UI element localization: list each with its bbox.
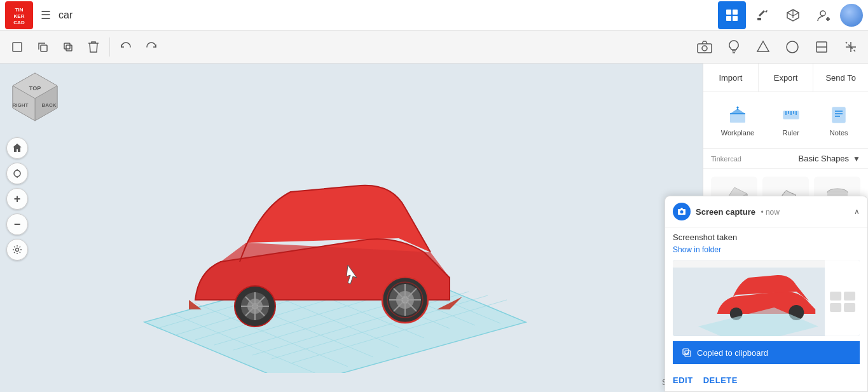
show-in-folder-link[interactable]: Show in folder (673, 245, 721, 254)
shape-tool-1[interactable] (751, 35, 775, 59)
svg-rect-7 (733, 16, 738, 21)
svg-rect-13 (41, 45, 47, 51)
popup-delete-button[interactable]: DELETE (703, 375, 738, 385)
zoom-out-btn[interactable]: − (6, 213, 28, 235)
toolbar (0, 30, 868, 64)
car-scene (93, 81, 539, 375)
svg-rect-112 (830, 292, 841, 301)
export-button[interactable]: Export (759, 64, 814, 91)
panel-top-actions: Import Export Send To (703, 64, 868, 92)
svg-text:CAD: CAD (13, 20, 25, 25)
svg-text:BACK: BACK (41, 102, 56, 108)
shapes-provider: Tinkercad (711, 155, 741, 163)
project-list-icon[interactable]: ☰ (38, 6, 53, 25)
fit-view-btn[interactable] (6, 163, 28, 184)
zoom-in-btn[interactable]: + (6, 188, 28, 210)
popup-thumbnail (673, 260, 860, 336)
svg-rect-8 (757, 18, 761, 20)
shapes-dropdown[interactable]: Tinkercad Basic Shapes ▼ (703, 149, 868, 169)
new-design-button[interactable] (5, 35, 29, 59)
shape-tool-2[interactable] (780, 35, 804, 59)
shape-tool-3[interactable] (809, 35, 834, 59)
ruler-tool[interactable]: Ruler (773, 100, 809, 140)
grid-view-btn[interactable] (718, 1, 746, 29)
svg-point-17 (702, 46, 707, 51)
svg-rect-87 (832, 107, 845, 123)
delete-button[interactable] (81, 35, 106, 59)
workplane-icon (726, 104, 749, 126)
notes-tool[interactable]: Notes (821, 100, 857, 140)
main-area: TOP RIGHT BACK + − (0, 64, 868, 392)
svg-marker-18 (757, 41, 769, 51)
svg-text:TOP: TOP (29, 85, 41, 91)
panel-tools: Workplane Ruler (703, 92, 868, 149)
import-button[interactable]: Import (703, 64, 759, 91)
screenshot-taken-text: Screenshot taken (673, 233, 860, 242)
toolbar-right (692, 35, 863, 59)
popup-title-group: Screen capture • now (696, 206, 780, 217)
svg-text:TIN: TIN (15, 7, 24, 13)
model-view-btn[interactable] (779, 1, 807, 29)
svg-rect-114 (830, 303, 841, 312)
svg-rect-76 (730, 114, 745, 123)
svg-point-105 (680, 210, 684, 213)
separator-1 (109, 37, 110, 57)
chevron-down-icon: ▼ (853, 154, 860, 163)
svg-point-35 (16, 248, 19, 252)
svg-rect-115 (844, 303, 855, 312)
add-collaborator-btn[interactable] (809, 1, 837, 29)
tinkercad-logo[interactable]: TIN KER CAD (5, 1, 33, 29)
home-view-btn[interactable] (6, 137, 28, 159)
notes-icon (827, 104, 850, 126)
screenshot-popup: Screen capture • now ∧ Screenshot taken … (665, 196, 868, 392)
svg-point-32 (14, 170, 20, 177)
svg-rect-5 (733, 10, 738, 15)
svg-rect-12 (13, 43, 22, 51)
svg-marker-80 (736, 106, 739, 108)
workplane-tool[interactable]: Workplane (715, 100, 761, 140)
settings-btn[interactable] (6, 239, 28, 260)
svg-text:KER: KER (14, 13, 25, 19)
camera-button[interactable] (692, 35, 717, 59)
popup-time: • now (761, 208, 780, 217)
popup-copied-bar: Copied to clipboard (673, 341, 860, 364)
thumb-inner (673, 260, 860, 336)
undo-button[interactable] (114, 35, 138, 59)
ruler-icon (780, 104, 803, 126)
shapes-label: Basic Shapes (799, 154, 850, 163)
popup-title: Screen capture (696, 207, 755, 217)
svg-rect-14 (64, 43, 70, 49)
light-button[interactable] (722, 35, 746, 59)
copy-button[interactable] (31, 35, 55, 59)
left-controls: + − (6, 70, 28, 260)
notes-label: Notes (830, 129, 848, 137)
svg-rect-113 (844, 292, 855, 301)
project-name[interactable]: car (59, 10, 72, 21)
3d-viewport[interactable]: TOP RIGHT BACK + − (0, 64, 703, 392)
svg-point-19 (787, 41, 798, 53)
duplicate-button[interactable] (56, 35, 80, 59)
popup-edit-button[interactable]: EDIT (673, 375, 693, 385)
avatar[interactable] (840, 4, 863, 27)
shape-tool-4[interactable] (839, 35, 863, 59)
svg-rect-4 (726, 10, 731, 15)
build-view-btn[interactable] (748, 1, 776, 29)
redo-button[interactable] (139, 35, 163, 59)
svg-rect-6 (726, 16, 731, 21)
topbar-right-controls (718, 1, 863, 29)
workplane-label: Workplane (721, 129, 754, 137)
copied-text: Copied to clipboard (697, 348, 768, 358)
svg-rect-15 (66, 45, 72, 51)
svg-rect-16 (698, 44, 712, 53)
send-to-button[interactable]: Send To (813, 64, 868, 91)
popup-expand-btn[interactable]: ∧ (854, 207, 860, 216)
popup-header: Screen capture • now ∧ (665, 196, 867, 227)
popup-body: Screenshot taken Show in folder (665, 227, 867, 369)
popup-actions: EDIT DELETE (665, 369, 867, 391)
top-bar: TIN KER CAD ☰ car (0, 0, 868, 30)
ruler-label: Ruler (783, 129, 799, 137)
capture-icon (673, 203, 691, 220)
svg-point-9 (820, 11, 825, 16)
